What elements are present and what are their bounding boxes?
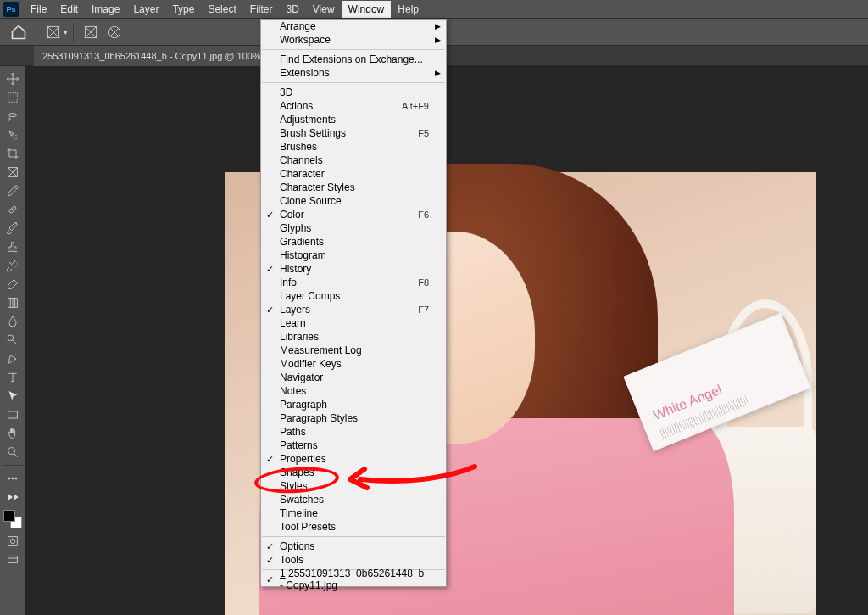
quick-select-tool[interactable] xyxy=(1,126,25,144)
menu-item-find-extensions-on-exchange[interactable]: Find Extensions on Exchange... xyxy=(261,53,446,66)
foreground-color-swatch[interactable] xyxy=(3,510,15,522)
type-tool[interactable] xyxy=(1,368,25,387)
menu-item-gradients[interactable]: Gradients xyxy=(261,235,446,249)
menu-item-label: Find Extensions on Exchange... xyxy=(280,53,429,65)
menu-item-actions[interactable]: ActionsAlt+F9 xyxy=(261,99,446,113)
pen-tool[interactable] xyxy=(1,349,25,368)
menu-window[interactable]: Window xyxy=(342,1,392,18)
ellipsis-icon[interactable] xyxy=(1,469,25,488)
lasso-tool[interactable] xyxy=(1,107,25,126)
menu-item-tool-presets[interactable]: Tool Presets xyxy=(261,520,446,534)
rectangle-tool[interactable] xyxy=(1,405,25,424)
frame-tool[interactable] xyxy=(1,163,25,182)
eyedropper-tool[interactable] xyxy=(1,182,25,200)
path-select-tool[interactable] xyxy=(1,387,25,405)
history-brush-tool[interactable] xyxy=(1,256,25,275)
menu-layer[interactable]: Layer xyxy=(126,1,165,18)
menu-item-styles[interactable]: Styles xyxy=(261,479,446,493)
check-icon: ✓ xyxy=(266,210,274,221)
dropdown-caret-icon[interactable]: ▾ xyxy=(64,28,68,36)
dodge-tool[interactable] xyxy=(1,331,25,349)
menu-item-options[interactable]: ✓Options xyxy=(261,540,446,553)
menu-item-extensions[interactable]: Extensions▶ xyxy=(261,66,446,80)
move-tool[interactable] xyxy=(1,70,25,88)
menu-item-tools[interactable]: ✓Tools xyxy=(261,553,446,567)
menu-type[interactable]: Type xyxy=(165,1,201,18)
menu-item-swatches[interactable]: Swatches xyxy=(261,493,446,506)
menu-edit[interactable]: Edit xyxy=(53,1,85,18)
screen-mode-icon[interactable] xyxy=(1,551,25,569)
menu-view[interactable]: View xyxy=(306,1,342,18)
svg-point-27 xyxy=(12,478,14,479)
menu-file[interactable]: File xyxy=(24,1,53,18)
hand-tool[interactable] xyxy=(1,424,25,443)
menu-item-glyphs[interactable]: Glyphs xyxy=(261,221,446,235)
stamp-tool[interactable] xyxy=(1,238,25,256)
menu-separator xyxy=(262,536,445,537)
menu-item-label: Properties xyxy=(280,453,429,465)
menu-filter[interactable]: Filter xyxy=(243,1,280,18)
menu-3d[interactable]: 3D xyxy=(279,1,305,18)
menu-item-1-25531091313-0b65261448-b-copy11-jpg[interactable]: ✓1 25531091313_0b65261448_b - Copy11.jpg xyxy=(261,573,446,586)
menu-item-timeline[interactable]: Timeline xyxy=(261,506,446,520)
menu-item-patterns[interactable]: Patterns xyxy=(261,439,446,452)
check-icon: ✓ xyxy=(266,264,274,275)
zoom-tool[interactable] xyxy=(1,443,25,461)
menu-item-character[interactable]: Character xyxy=(261,167,446,181)
edit-toolbar-icon[interactable] xyxy=(1,488,25,506)
divider xyxy=(73,23,74,42)
color-swatches[interactable] xyxy=(3,510,22,528)
document-tab-label: 25531091313_0b65261448_b - Copy11.jpg @ … xyxy=(42,51,298,61)
menu-item-history[interactable]: ✓History xyxy=(261,262,446,276)
menu-item-workspace[interactable]: Workspace▶ xyxy=(261,33,446,47)
canvas-area[interactable] xyxy=(25,66,868,615)
svg-point-30 xyxy=(10,539,14,543)
menu-item-info[interactable]: InfoF8 xyxy=(261,276,446,289)
marquee-tool[interactable] xyxy=(1,88,25,107)
menu-item-clone-source[interactable]: Clone Source xyxy=(261,194,446,208)
frame-rect-icon[interactable] xyxy=(82,24,99,41)
menu-item-properties[interactable]: ✓Properties xyxy=(261,452,446,466)
menu-item-navigator[interactable]: Navigator xyxy=(261,371,446,384)
menu-item-layer-comps[interactable]: Layer Comps xyxy=(261,289,446,303)
menu-help[interactable]: Help xyxy=(391,1,426,18)
blur-tool[interactable] xyxy=(1,312,25,331)
menu-item-histogram[interactable]: Histogram xyxy=(261,249,446,262)
frame-circle-icon[interactable] xyxy=(106,24,123,41)
menu-item-libraries[interactable]: Libraries xyxy=(261,330,446,344)
menu-separator xyxy=(262,82,445,83)
menu-image[interactable]: Image xyxy=(85,1,126,18)
menu-item-label: Timeline xyxy=(280,507,429,519)
menu-item-modifier-keys[interactable]: Modifier Keys xyxy=(261,357,446,371)
menu-item-channels[interactable]: Channels xyxy=(261,154,446,167)
menu-item-label: 3D xyxy=(280,87,429,98)
home-icon[interactable] xyxy=(10,24,27,41)
crop-tool[interactable] xyxy=(1,144,25,163)
quick-mask-icon[interactable] xyxy=(1,532,25,551)
menu-item-arrange[interactable]: Arrange▶ xyxy=(261,20,446,33)
menu-select[interactable]: Select xyxy=(201,1,242,18)
menu-item-paragraph-styles[interactable]: Paragraph Styles xyxy=(261,411,446,425)
menu-item-paragraph[interactable]: Paragraph xyxy=(261,398,446,411)
menu-item-brushes[interactable]: Brushes xyxy=(261,140,446,154)
menu-item-color[interactable]: ✓ColorF6 xyxy=(261,208,446,221)
menu-item-shortcut: F8 xyxy=(418,277,429,288)
menu-item-layers[interactable]: ✓LayersF7 xyxy=(261,303,446,316)
menu-item-shapes[interactable]: Shapes xyxy=(261,466,446,479)
menu-item-character-styles[interactable]: Character Styles xyxy=(261,181,446,194)
menu-item-label: History xyxy=(280,263,429,275)
menu-item-measurement-log[interactable]: Measurement Log xyxy=(261,344,446,357)
menu-item-shortcut: F6 xyxy=(418,210,429,220)
brush-tool[interactable] xyxy=(1,219,25,238)
menu-item-notes[interactable]: Notes xyxy=(261,384,446,398)
healing-tool[interactable] xyxy=(1,200,25,219)
menu-item-brush-settings[interactable]: Brush SettingsF5 xyxy=(261,126,446,140)
menu-item-learn[interactable]: Learn xyxy=(261,316,446,330)
gradient-tool[interactable] xyxy=(1,294,25,312)
menu-item-3d[interactable]: 3D xyxy=(261,86,446,99)
frame-tool-icon[interactable] xyxy=(45,24,62,41)
eraser-tool[interactable] xyxy=(1,275,25,294)
menu-item-paths[interactable]: Paths xyxy=(261,425,446,439)
window-menu-dropdown: Arrange▶Workspace▶Find Extensions on Exc… xyxy=(260,19,447,587)
menu-item-adjustments[interactable]: Adjustments xyxy=(261,113,446,126)
